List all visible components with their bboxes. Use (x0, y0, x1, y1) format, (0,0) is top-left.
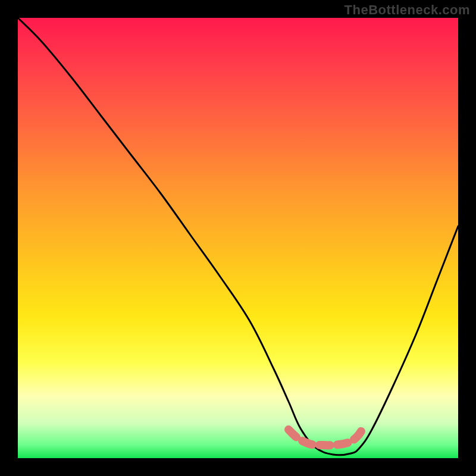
chart-svg (18, 18, 458, 458)
plot-area (18, 18, 458, 458)
sweet-spot-band-path (289, 428, 363, 445)
chart-frame: TheBottleneck.com (0, 0, 476, 476)
bottleneck-curve-path (18, 18, 458, 455)
watermark-text: TheBottleneck.com (345, 2, 470, 18)
